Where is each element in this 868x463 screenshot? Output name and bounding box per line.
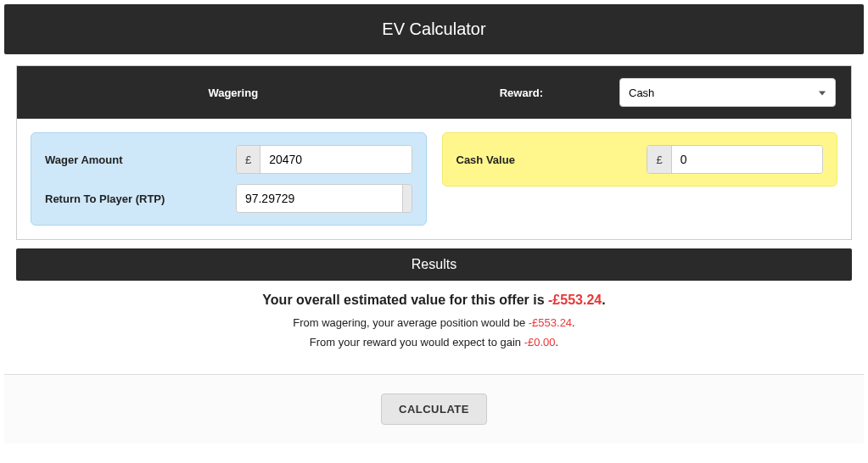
footer: CALCULATE bbox=[4, 374, 864, 443]
results-wagering-line: From wagering, your average position wou… bbox=[16, 316, 852, 329]
results-reward-line: From your reward you would expect to gai… bbox=[16, 336, 852, 349]
currency-prefix: £ bbox=[237, 146, 260, 173]
currency-prefix: £ bbox=[647, 146, 671, 173]
sub-header: Wagering Reward: Cash bbox=[17, 66, 851, 119]
results-heading: Results bbox=[16, 248, 852, 281]
wager-amount-input[interactable] bbox=[260, 146, 412, 173]
wagering-panel: Wager Amount £ Return To Player (RTP) % bbox=[31, 132, 427, 226]
results-reward-value: -£0.00 bbox=[524, 336, 556, 349]
reward-select[interactable]: Cash bbox=[619, 78, 836, 107]
results-main-line: Your overall estimated value for this of… bbox=[16, 293, 852, 308]
calculate-button[interactable]: CALCULATE bbox=[381, 393, 487, 425]
cash-value-input[interactable] bbox=[672, 146, 823, 173]
rtp-label: Return To Player (RTP) bbox=[45, 192, 236, 205]
reward-panel: Cash Value £ bbox=[442, 132, 838, 187]
cash-value-label: Cash Value bbox=[456, 153, 647, 166]
wager-amount-label: Wager Amount bbox=[45, 153, 236, 166]
reward-heading: Reward: bbox=[500, 86, 543, 99]
page-title: EV Calculator bbox=[4, 4, 864, 54]
results-section: Results Your overall estimated value for… bbox=[16, 248, 852, 369]
percent-suffix: % bbox=[402, 185, 412, 212]
rtp-input[interactable] bbox=[237, 185, 402, 212]
results-main-value: -£553.24 bbox=[548, 293, 602, 307]
wagering-heading: Wagering bbox=[32, 86, 434, 99]
main-panel: Wagering Reward: Cash Wager Amount £ Ret… bbox=[16, 65, 852, 240]
results-wagering-value: -£553.24 bbox=[529, 316, 572, 329]
